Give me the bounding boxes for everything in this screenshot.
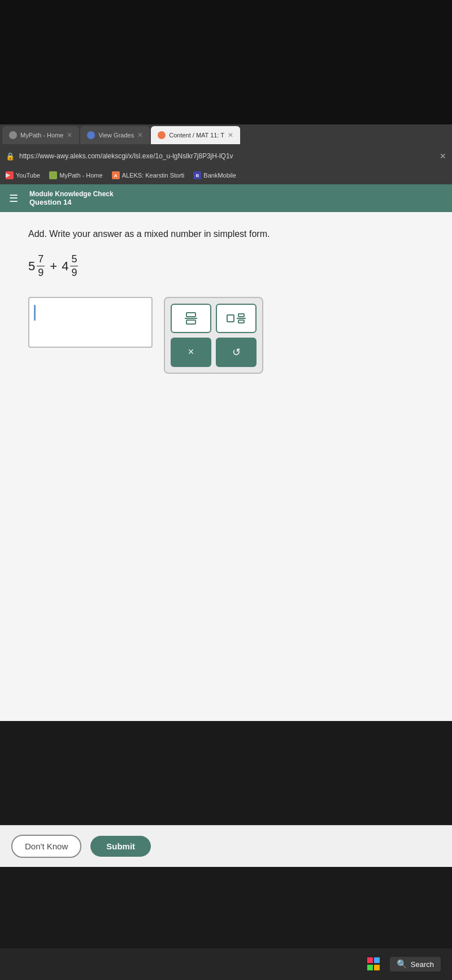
small-fraction — [237, 313, 246, 323]
bookmark-aleks-label: ALEKS: Kearstin Storti — [122, 172, 185, 179]
aleks-header: ☰ Module Knowledge Check Question 14 — [0, 184, 452, 212]
delete-button[interactable]: × — [171, 338, 211, 367]
term1-denominator: 9 — [37, 266, 45, 279]
address-close[interactable]: ✕ — [440, 152, 446, 161]
win-sq-green — [367, 965, 373, 970]
sf-top — [238, 313, 245, 317]
search-icon: 🔍 — [397, 959, 407, 969]
question-label: Question 14 — [29, 198, 114, 206]
tab-grades[interactable]: View Grades ✕ — [80, 126, 150, 144]
bookmarks-bar: ▶ YouTube MyPath - Home A ALEKS: Kearsti… — [0, 166, 452, 184]
win-sq-yellow — [374, 965, 380, 970]
operator: + — [50, 259, 57, 274]
hamburger-icon[interactable]: ☰ — [9, 192, 23, 205]
dont-know-button[interactable]: Don't Know — [11, 835, 81, 858]
frac-bottom — [186, 320, 196, 325]
term2-numerator: 5 — [70, 253, 78, 266]
search-button[interactable]: 🔍 Search — [390, 957, 441, 972]
frac-top — [186, 312, 196, 317]
search-label: Search — [411, 960, 434, 969]
answer-area: × ↺ — [28, 297, 424, 374]
submit-button[interactable]: Submit — [90, 836, 151, 857]
mixed-fraction-button[interactable] — [216, 304, 257, 333]
bookmark-youtube[interactable]: ▶ YouTube — [6, 171, 40, 179]
term2-fraction: 5 9 — [70, 253, 78, 280]
term1-fraction: 7 9 — [37, 253, 45, 280]
bookmark-bank-label: BankMobile — [203, 172, 236, 179]
frac-line — [185, 318, 197, 319]
mixed-whole-box — [227, 314, 234, 322]
toolbar-row-top — [171, 304, 257, 333]
aleks-header-text: Module Knowledge Check Question 14 — [29, 190, 114, 206]
undo-button[interactable]: ↺ — [216, 338, 257, 367]
bank-icon: B — [193, 171, 201, 179]
grades-tab-icon — [87, 131, 95, 139]
aleks-icon: A — [112, 171, 120, 179]
answer-input-box[interactable] — [28, 297, 153, 348]
toolbar-row-bottom: × ↺ — [171, 338, 257, 367]
fraction-button[interactable] — [171, 304, 211, 333]
math-toolbar: × ↺ — [164, 297, 263, 374]
term1-numerator: 7 — [37, 253, 45, 266]
tab-mypath[interactable]: MyPath - Home ✕ — [2, 126, 79, 144]
dark-top-area — [0, 0, 452, 124]
bookmark-mypath-label: MyPath - Home — [59, 172, 102, 179]
undo-icon: ↺ — [232, 346, 241, 359]
mypath-icon — [49, 171, 57, 179]
youtube-icon: ▶ — [6, 171, 14, 179]
taskbar-inner: 🔍 Search — [0, 948, 452, 980]
win-sq-red — [367, 957, 373, 963]
math-expression: 5 7 9 + 4 5 9 — [28, 253, 424, 280]
windows-logo[interactable] — [367, 957, 381, 971]
content-tab-icon — [158, 131, 166, 139]
lock-icon: 🔒 — [6, 152, 15, 161]
delete-icon: × — [188, 346, 194, 358]
url-display[interactable]: https://www-awy.aleks.com/alekscgi/x/lsl… — [19, 152, 435, 160]
bookmark-mypath[interactable]: MyPath - Home — [49, 171, 102, 179]
mixed-fraction-symbol — [227, 313, 246, 323]
term2-whole: 4 — [62, 259, 68, 274]
term1: 5 7 9 — [28, 253, 45, 280]
bookmark-bank[interactable]: B BankMobile — [193, 171, 236, 179]
tab-bar: MyPath - Home ✕ View Grades ✕ Content / … — [0, 124, 452, 146]
tab-grades-close[interactable]: ✕ — [137, 131, 143, 139]
sf-bottom — [238, 320, 245, 323]
term2: 4 5 9 — [62, 253, 79, 280]
tab-mypath-label: MyPath - Home — [20, 132, 63, 139]
address-bar: 🔒 https://www-awy.aleks.com/alekscgi/x/l… — [0, 146, 452, 166]
taskbar: 🔍 Search — [0, 867, 452, 980]
tab-mypath-close[interactable]: ✕ — [67, 131, 72, 139]
mypath-tab-icon — [9, 131, 17, 139]
question-instruction: Add. Write your answer as a mixed number… — [28, 229, 424, 239]
bookmark-aleks[interactable]: A ALEKS: Kearstin Storti — [112, 171, 185, 179]
sf-line — [237, 318, 246, 319]
cursor-indicator — [34, 305, 36, 321]
main-content: Add. Write your answer as a mixed number… — [0, 212, 452, 721]
tab-content-label: Content / MAT 11: T — [169, 132, 224, 139]
term2-denominator: 9 — [70, 266, 78, 279]
tab-grades-label: View Grades — [98, 132, 134, 139]
win-sq-blue — [374, 957, 380, 963]
fraction-symbol — [185, 312, 197, 325]
module-label: Module Knowledge Check — [29, 190, 114, 198]
bottom-action-bar: Don't Know Submit — [0, 825, 452, 867]
bookmark-youtube-label: YouTube — [16, 172, 40, 179]
tab-content-close[interactable]: ✕ — [228, 131, 233, 139]
term1-whole: 5 — [28, 259, 35, 274]
tab-content[interactable]: Content / MAT 11: T ✕ — [151, 126, 240, 144]
browser-chrome: MyPath - Home ✕ View Grades ✕ Content / … — [0, 124, 452, 184]
